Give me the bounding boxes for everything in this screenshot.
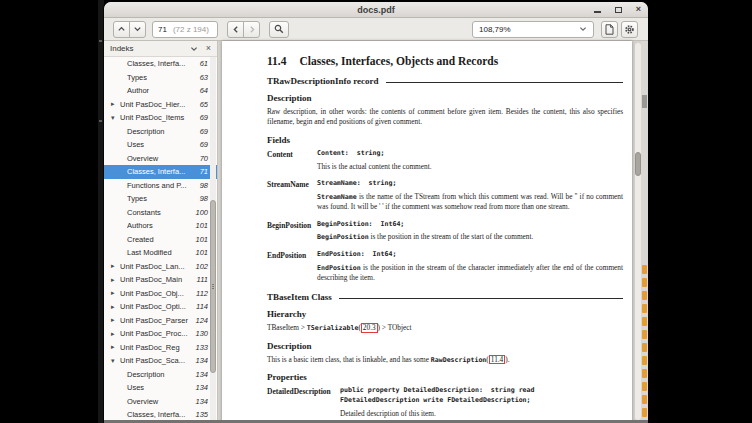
tree-item[interactable]: Uses134 bbox=[104, 381, 217, 395]
section-link[interactable]: 20.3 bbox=[361, 323, 378, 333]
tree-item[interactable]: ▸Unit PasDoc_Lan...102 bbox=[104, 260, 217, 274]
tree-item[interactable]: ▸Unit PasDoc_Parser124 bbox=[104, 314, 217, 328]
tree-item-page: 111 bbox=[197, 275, 208, 284]
history-forward-button[interactable] bbox=[243, 21, 260, 38]
expander-expanded-icon[interactable]: ▾ bbox=[111, 357, 120, 365]
tree-item-label: Description bbox=[127, 127, 196, 136]
section-number: 11.4 bbox=[267, 55, 287, 67]
tree-item[interactable]: Description69 bbox=[104, 125, 217, 139]
tree-item-page: 64 bbox=[200, 86, 208, 95]
tree-item[interactable]: ▸Unit PasDoc_Opti...114 bbox=[104, 300, 217, 314]
tree-item[interactable]: ▾Unit PasDoc_Sca...134 bbox=[104, 354, 217, 368]
tree-item[interactable]: Created101 bbox=[104, 233, 217, 247]
tree-item-page: 65 bbox=[200, 100, 208, 109]
tree-item-label: Uses bbox=[127, 140, 196, 149]
expander-expanded-icon[interactable]: ▾ bbox=[111, 114, 120, 122]
tree-item-page: 71 bbox=[200, 167, 208, 176]
settings-menu-button[interactable] bbox=[621, 21, 638, 38]
history-back-button[interactable] bbox=[227, 21, 244, 38]
tree-item[interactable]: ▸Unit PasDoc_Obj...112 bbox=[104, 287, 217, 301]
tree-item[interactable]: Constants100 bbox=[104, 206, 217, 220]
tree-item-label: Overview bbox=[127, 154, 196, 163]
tree-item[interactable]: Overview134 bbox=[104, 395, 217, 409]
tree-item[interactable]: ▸Unit PasDoc_Reg133 bbox=[104, 341, 217, 355]
tree-item-page: 70 bbox=[200, 154, 208, 163]
minimize-icon[interactable] bbox=[594, 11, 601, 13]
search-icon bbox=[274, 24, 284, 34]
record-heading: TBaseItem Class bbox=[267, 292, 623, 302]
scrollbar-grip-icon bbox=[212, 283, 214, 290]
expander-collapsed-icon[interactable]: ▸ bbox=[111, 262, 120, 270]
tree-item[interactable]: ▸Unit PasDoc_Proc...130 bbox=[104, 327, 217, 341]
tree-item-label: Unit PasDoc_Main bbox=[120, 275, 193, 284]
doc-paragraph: This is the actual content the comment. bbox=[317, 162, 623, 172]
tree-item-page: 124 bbox=[195, 316, 208, 325]
tree-item[interactable]: ▸Unit PasDoc_Main111 bbox=[104, 273, 217, 287]
doc-paragraph: EndPosition is the position in the strea… bbox=[317, 263, 623, 284]
titlebar[interactable]: docs.pdf × bbox=[104, 2, 648, 18]
tree-item[interactable]: Classes, Interfa...71 bbox=[104, 165, 217, 179]
tree-item-page: 102 bbox=[195, 262, 208, 271]
tree-item-label: Classes, Interfa... bbox=[127, 167, 196, 176]
expander-collapsed-icon[interactable]: ▸ bbox=[111, 343, 120, 351]
page-number-input[interactable]: 71 (72 z 194) bbox=[152, 21, 218, 38]
tree-item-page: 61 bbox=[200, 59, 208, 68]
record-heading: TRawDescriptionInfo record bbox=[267, 76, 623, 86]
tree-item[interactable]: Functions and P...98 bbox=[104, 179, 217, 193]
tree-item-page: 98 bbox=[200, 194, 208, 203]
tree-item[interactable]: Types98 bbox=[104, 192, 217, 206]
annotations-button[interactable] bbox=[601, 21, 618, 38]
sidebar-pane-selector[interactable]: Indeks × bbox=[104, 41, 217, 57]
tree-item-page: 63 bbox=[200, 73, 208, 82]
tree-item-page: 135 bbox=[195, 410, 208, 419]
tree-item[interactable]: Types63 bbox=[104, 71, 217, 85]
page-content: 11.4Classes, Interfaces, Objects and Rec… bbox=[267, 55, 623, 423]
previous-page-button[interactable] bbox=[113, 21, 130, 38]
expander-collapsed-icon[interactable]: ▸ bbox=[111, 330, 120, 338]
tree-item-label: Unit PasDoc_Parser bbox=[120, 316, 191, 325]
doc-paragraph: TBaseItem > TSerializable(20.3) > TObjec… bbox=[267, 323, 623, 333]
tree-item[interactable]: Description134 bbox=[104, 368, 217, 382]
tree-item[interactable]: Author64 bbox=[104, 84, 217, 98]
sidebar-close-icon[interactable]: × bbox=[206, 44, 211, 53]
tree-item[interactable]: Uses69 bbox=[104, 138, 217, 152]
maximize-icon[interactable] bbox=[615, 7, 622, 13]
tree-item-label: Unit PasDoc_Reg bbox=[120, 343, 191, 352]
search-button[interactable] bbox=[269, 21, 289, 38]
code-text: StreamName bbox=[317, 193, 357, 201]
tree-item[interactable]: Classes, Interfa...61 bbox=[104, 57, 217, 71]
next-page-button[interactable] bbox=[129, 21, 146, 38]
tree-item-label: Constants bbox=[127, 208, 191, 217]
expander-collapsed-icon[interactable]: ▸ bbox=[111, 303, 120, 311]
doc-paragraph: Detailed description of this item. bbox=[340, 409, 623, 419]
subheading: Description bbox=[267, 341, 623, 351]
tree-item[interactable]: Overview70 bbox=[104, 152, 217, 166]
definition-body: StreamName: string;StreamName is the nam… bbox=[317, 179, 623, 213]
sidebar-scrollbar[interactable] bbox=[210, 57, 216, 422]
zoom-level-select[interactable]: 108,79% bbox=[472, 21, 594, 38]
tree-item[interactable]: Authors101 bbox=[104, 219, 217, 233]
expander-collapsed-icon[interactable]: ▸ bbox=[111, 316, 120, 324]
record-heading-title: TRawDescriptionInfo record bbox=[267, 76, 379, 86]
section-link[interactable]: 11.4 bbox=[489, 355, 506, 365]
tree-item[interactable]: Last Modified101 bbox=[104, 246, 217, 260]
pdf-page[interactable]: 11.4Classes, Interfaces, Objects and Rec… bbox=[222, 41, 632, 423]
tree-item[interactable]: ▸Unit PasDoc_Hier...65 bbox=[104, 98, 217, 112]
definition-row: EndPositionEndPosition: Int64;EndPositio… bbox=[267, 250, 623, 284]
chevron-down-icon bbox=[190, 46, 198, 52]
sidebar-scrollbar-thumb[interactable] bbox=[210, 200, 216, 373]
expander-collapsed-icon[interactable]: ▸ bbox=[111, 276, 120, 284]
declaration-code: public property DetailedDescription: str… bbox=[340, 386, 623, 406]
window-title: docs.pdf bbox=[357, 5, 395, 15]
subheading: Properties bbox=[267, 372, 623, 382]
close-icon[interactable]: × bbox=[636, 5, 641, 14]
chevron-up-icon bbox=[117, 25, 126, 33]
expander-collapsed-icon[interactable]: ▸ bbox=[111, 100, 120, 108]
tree-item-page: 100 bbox=[195, 208, 208, 217]
chevron-down-icon bbox=[579, 26, 587, 32]
expander-collapsed-icon[interactable]: ▸ bbox=[111, 289, 120, 297]
tree-item-label: Unit PasDoc_Opti... bbox=[120, 302, 192, 311]
tree-item[interactable]: ▾Unit PasDoc_Items69 bbox=[104, 111, 217, 125]
declaration-code: BeginPosition: Int64; bbox=[317, 220, 623, 230]
code-text: TSerializable bbox=[307, 324, 359, 332]
